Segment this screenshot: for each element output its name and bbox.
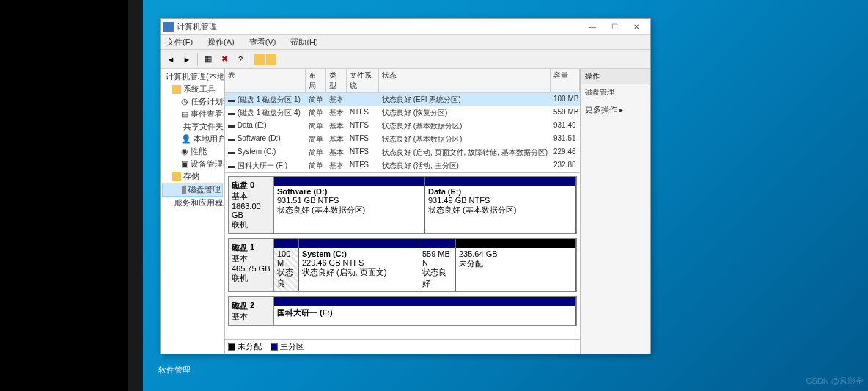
disk-graphical-view[interactable]: 磁盘 0 基本 1863.00 GB 联机 Software (D:) 931.…	[225, 173, 580, 339]
menu-view[interactable]: 查看(V)	[246, 35, 279, 49]
menu-help[interactable]: 帮助(H)	[287, 35, 320, 49]
folder-icon	[172, 172, 181, 181]
menubar: 文件(F) 操作(A) 查看(V) 帮助(H)	[161, 35, 650, 50]
volume-list[interactable]: 卷 布局 类型 文件系统 状态 容量 ▬ (磁盘 1 磁盘分区 1)简单基本状态…	[225, 69, 580, 173]
disk-2-label: 磁盘 2 基本	[229, 297, 274, 325]
partition-data-e[interactable]: Data (E:) 931.49 GB NTFS 状态良好 (基本数据分区)	[425, 177, 576, 233]
detail-view-button[interactable]	[266, 54, 276, 65]
titlebar[interactable]: 计算机管理 — ☐ ✕	[161, 19, 650, 35]
partition-efi[interactable]: 100 M 状态良	[274, 239, 299, 291]
maximize-button[interactable]: ☐	[603, 20, 625, 34]
col-status[interactable]: 状态	[379, 69, 551, 92]
navigation-tree[interactable]: 计算机管理(本地) 系统工具 ◷ 任务计划程序 ▤ 事件查看器 共享文件夹 👤 …	[161, 69, 225, 354]
legend-unallocated-icon	[228, 343, 235, 351]
volume-row[interactable]: ▬ Software (D:)简单基本NTFS状态良好 (基本数据分区)931.…	[225, 133, 580, 146]
partition-f[interactable]: 国科大研一 (F:)	[274, 297, 576, 325]
disk-1-label: 磁盘 1 基本 465.75 GB 联机	[229, 239, 274, 291]
minimize-button[interactable]: —	[581, 20, 603, 34]
tree-local-users[interactable]: 👤 本地用户和组	[162, 133, 223, 145]
list-view-button[interactable]	[254, 54, 265, 65]
legend-primary-label: 主分区	[280, 341, 304, 352]
volume-row[interactable]: ▬ (磁盘 1 磁盘分区 4)简单基本NTFS状态良好 (恢复分区)559 MB	[225, 106, 580, 120]
disk-2-row[interactable]: 磁盘 2 基本 国科大研一 (F:)	[228, 296, 577, 326]
tree-services-apps[interactable]: 服务和应用程序	[162, 197, 223, 209]
folder-icon	[172, 85, 181, 94]
partition-unallocated[interactable]: 235.64 GB 未分配	[456, 239, 576, 291]
disk-1-row[interactable]: 磁盘 1 基本 465.75 GB 联机 100 M 状态良	[228, 238, 577, 292]
action-more[interactable]: 更多操作 ▸	[581, 101, 650, 118]
col-type[interactable]: 类型	[326, 69, 347, 92]
legend-primary-icon	[271, 343, 278, 351]
actions-header: 操作	[581, 69, 650, 84]
legend: 未分配 主分区	[225, 339, 580, 354]
back-button[interactable]: ◄	[163, 52, 178, 67]
disk-management-window: 计算机管理 — ☐ ✕ 文件(F) 操作(A) 查看(V) 帮助(H) ◄ ► …	[160, 18, 651, 354]
taskbar-item[interactable]: 软件管理	[154, 365, 191, 376]
col-filesystem[interactable]: 文件系统	[347, 69, 379, 92]
volume-row[interactable]: ▬ 国科大研一 (F:)简单基本NTFS状态良好 (活动, 主分区)232.88	[225, 159, 580, 172]
tree-shared-folders[interactable]: 共享文件夹	[162, 120, 223, 133]
menu-action[interactable]: 操作(A)	[205, 35, 238, 49]
volume-row[interactable]: ▬ (磁盘 1 磁盘分区 1)简单基本状态良好 (EFI 系统分区)100 MB	[225, 93, 580, 106]
tree-task-scheduler[interactable]: ◷ 任务计划程序	[162, 95, 223, 108]
menu-file[interactable]: 文件(F)	[163, 35, 196, 49]
actions-panel: 操作 磁盘管理 更多操作 ▸	[580, 69, 650, 354]
tree-system-tools[interactable]: 系统工具	[162, 83, 223, 95]
app-icon	[163, 22, 174, 32]
tree-performance[interactable]: ◉ 性能	[162, 145, 223, 158]
col-capacity[interactable]: 容量	[551, 69, 580, 92]
col-volume[interactable]: 卷	[225, 69, 306, 92]
help-button[interactable]: ?	[233, 52, 248, 67]
disk-0-row[interactable]: 磁盘 0 基本 1863.00 GB 联机 Software (D:) 931.…	[228, 176, 577, 234]
partition-software-d[interactable]: Software (D:) 931.51 GB NTFS 状态良好 (基本数据分…	[274, 177, 425, 233]
legend-unallocated-label: 未分配	[238, 341, 262, 352]
partition-system-c[interactable]: System (C:) 229.46 GB NTFS 状态良好 (启动, 页面文…	[299, 239, 419, 291]
forward-button[interactable]: ►	[180, 52, 194, 67]
col-layout[interactable]: 布局	[306, 69, 326, 92]
tree-root[interactable]: 计算机管理(本地)	[162, 70, 223, 83]
show-hide-tree-button[interactable]: ▦	[201, 52, 216, 67]
tree-storage[interactable]: 存储	[162, 170, 223, 183]
toolbar: ◄ ► ▦ ✖ ?	[161, 50, 650, 69]
partition-recovery[interactable]: 559 MB N 状态良好	[419, 239, 456, 291]
disk-0-label: 磁盘 0 基本 1863.00 GB 联机	[229, 177, 274, 233]
disk-icon	[182, 186, 186, 194]
volume-row[interactable]: ▬ System (C:)简单基本NTFS状态良好 (启动, 页面文件, 故障转…	[225, 146, 580, 159]
volume-list-header: 卷 布局 类型 文件系统 状态 容量	[225, 69, 580, 93]
tree-device-manager[interactable]: ▣ 设备管理器	[162, 158, 223, 170]
tree-event-viewer[interactable]: ▤ 事件查看器	[162, 108, 223, 120]
refresh-button[interactable]: ✖	[217, 52, 232, 67]
window-title: 计算机管理	[177, 21, 581, 32]
tree-disk-management[interactable]: 磁盘管理	[162, 183, 223, 197]
watermark: CSDN @风影金	[806, 376, 864, 387]
volume-row[interactable]: ▬ Data (E:)简单基本NTFS状态良好 (基本数据分区)931.49	[225, 120, 580, 133]
action-disk-mgmt[interactable]: 磁盘管理	[581, 84, 650, 101]
close-button[interactable]: ✕	[625, 20, 647, 34]
